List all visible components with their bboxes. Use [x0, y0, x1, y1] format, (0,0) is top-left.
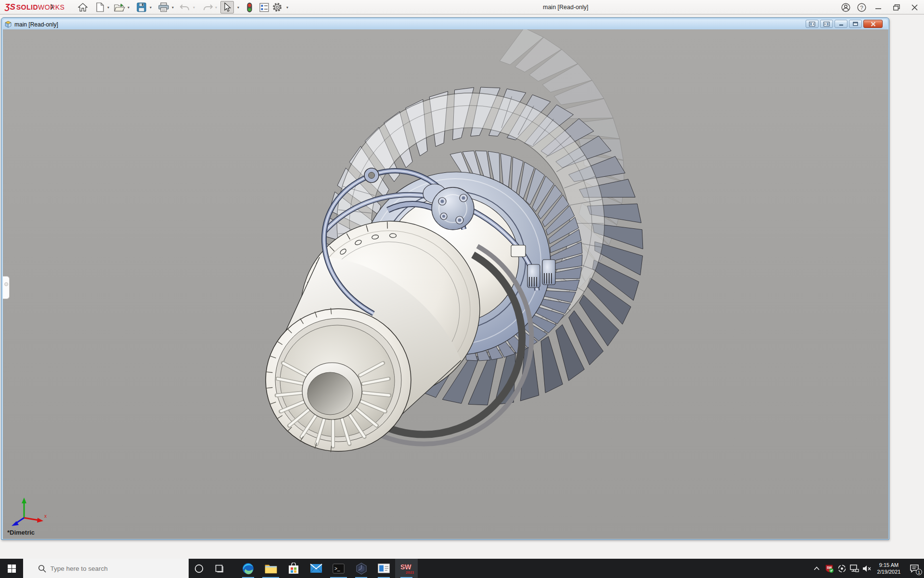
new-document-button[interactable] [94, 1, 106, 13]
start-button[interactable] [0, 559, 23, 578]
svg-text:2021: 2021 [406, 570, 414, 575]
tray-screen-record[interactable] [835, 559, 848, 578]
select-tool-button[interactable] [220, 1, 234, 13]
hidden-icons-chevron[interactable] [810, 559, 823, 578]
graphics-viewport[interactable]: x *Dimetric [3, 29, 888, 539]
save-dropdown-caret[interactable]: ▾ [148, 5, 153, 10]
svg-text:?: ? [860, 4, 863, 10]
shaft-bore [308, 372, 353, 415]
tray-network[interactable] [848, 559, 860, 578]
document-title: main [Read-only] [14, 21, 58, 28]
tile-right-button[interactable] [820, 20, 833, 28]
taskbar-clock[interactable]: 9:15 AM 2/19/2021 [873, 559, 905, 578]
new-dropdown-caret[interactable]: ▾ [106, 5, 111, 10]
undo-icon [180, 3, 190, 11]
redo-dropdown-caret[interactable]: ▾ [214, 5, 218, 10]
rebuild-traffic-light-icon [247, 2, 252, 13]
doc-minimize-button[interactable] [834, 20, 847, 28]
document-window[interactable]: main [Read-only] [1, 17, 889, 540]
orientation-triad: x [11, 497, 47, 526]
chevron-up-icon [814, 566, 820, 570]
new-document-icon [96, 2, 104, 12]
windows-logo-icon [8, 565, 16, 573]
account-icon [841, 3, 850, 12]
taskbar-app-edrawings[interactable] [350, 559, 372, 578]
tray-solidworks-monitor[interactable]: SW [823, 559, 835, 578]
restore-button[interactable] [890, 1, 903, 13]
home-button[interactable] [77, 1, 89, 13]
undo-dropdown-caret[interactable]: ▾ [192, 5, 196, 10]
doc-restore-button[interactable] [849, 20, 862, 28]
doc-close-button[interactable] [863, 20, 883, 28]
select-cursor-icon [223, 2, 231, 12]
edge-icon [242, 563, 254, 575]
print-dropdown-caret[interactable]: ▾ [170, 5, 175, 10]
taskbar-app-edge[interactable] [237, 559, 259, 578]
logo-glyph: ƷS [5, 2, 15, 12]
file-properties-icon [259, 3, 269, 12]
help-button[interactable]: ? [855, 1, 868, 13]
open-button[interactable] [114, 1, 125, 13]
model-3d-jet-engine[interactable] [3, 29, 888, 539]
svg-text:>_: >_ [334, 566, 340, 571]
clock-date: 2/19/2021 [877, 568, 901, 575]
file-properties-button[interactable] [258, 1, 270, 13]
save-button[interactable] [136, 1, 147, 13]
options-button[interactable] [271, 1, 283, 13]
select-dropdown-caret[interactable]: ▾ [236, 5, 241, 10]
command-prompt-icon: >_ [333, 564, 345, 574]
feature-panel-handle[interactable] [3, 276, 10, 299]
open-dropdown-caret[interactable]: ▾ [126, 5, 131, 10]
microsoft-store-icon [288, 563, 299, 574]
taskbar-app-mail[interactable] [305, 559, 327, 578]
redo-icon [203, 3, 213, 11]
task-view-button[interactable] [209, 559, 229, 578]
triad-x-label: x [44, 513, 47, 519]
minimize-icon [875, 4, 881, 10]
cortana-button[interactable] [189, 559, 209, 578]
home-icon [78, 3, 88, 12]
restore-icon [893, 4, 900, 11]
taskbar-search[interactable] [23, 559, 189, 578]
taskbar-app-window[interactable] [372, 559, 395, 578]
svg-text:SW: SW [400, 563, 411, 571]
redo-button[interactable] [202, 1, 214, 13]
undo-button[interactable] [179, 1, 191, 13]
taskbar-app-file-explorer[interactable] [259, 559, 282, 578]
close-button[interactable] [908, 1, 921, 13]
nozzle [266, 308, 411, 452]
options-dropdown-caret[interactable]: ▾ [285, 5, 290, 10]
volume-muted-icon [862, 565, 872, 573]
app-titlebar: ƷS SOLID WORKS ❯ ▾ ▾ ▾ ▾ ▾ ▾ ▾ ▾ main [R… [0, 0, 924, 14]
solidworks-monitor-icon: SW [825, 564, 834, 573]
clock-time: 9:15 AM [879, 562, 898, 568]
cortana-icon [194, 564, 204, 573]
open-folder-icon [114, 3, 125, 12]
action-center-button[interactable]: 1 [905, 559, 924, 578]
rebuild-button[interactable] [244, 1, 255, 13]
notification-badge: 1 [916, 569, 922, 575]
print-button[interactable] [158, 1, 169, 13]
mail-icon [310, 564, 322, 573]
network-icon [849, 564, 859, 573]
print-icon [158, 2, 169, 12]
file-explorer-icon [265, 564, 277, 574]
app-window-icon [378, 564, 390, 573]
view-orientation-label: *Dimetric [7, 529, 35, 536]
taskbar-app-solidworks[interactable]: SW2021 [395, 559, 418, 578]
menu-flyout-arrow[interactable]: ❯ [50, 3, 54, 10]
search-input[interactable] [51, 565, 180, 572]
task-view-icon [215, 564, 223, 573]
account-button[interactable] [839, 1, 852, 13]
minimize-button[interactable] [872, 1, 885, 13]
search-icon [38, 565, 46, 573]
tile-left-button[interactable] [806, 20, 819, 28]
taskbar-app-microsoft-store[interactable] [282, 559, 305, 578]
tray-volume-muted[interactable] [860, 559, 873, 578]
assembly-icon [4, 21, 12, 28]
taskbar-app-command-prompt[interactable]: >_ [327, 559, 350, 578]
screen-record-icon [837, 564, 847, 573]
solidworks-logo: ƷS SOLID WORKS [5, 2, 64, 12]
options-gear-icon [272, 2, 282, 13]
document-titlebar[interactable]: main [Read-only] [3, 19, 887, 29]
